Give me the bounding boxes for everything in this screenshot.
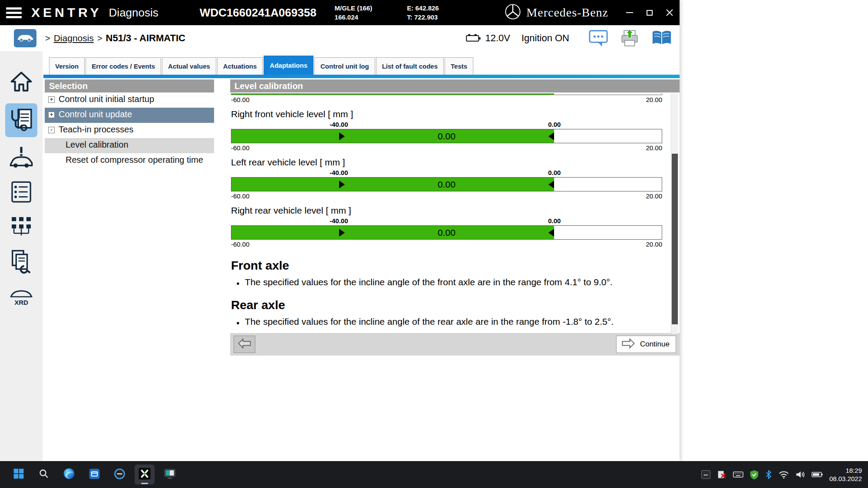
gauge-bar: 0.00 bbox=[231, 225, 662, 240]
gauge-value: 0.00 bbox=[438, 131, 455, 142]
gauge-bar: 0.00 bbox=[231, 177, 662, 191]
tree-item-control-unit-initial-startup[interactable]: + Control unit initial startup bbox=[45, 92, 214, 108]
marker-left-icon bbox=[548, 181, 554, 188]
hamburger-menu-icon[interactable] bbox=[6, 5, 23, 20]
header-bar: > Diagnosis > N51/3 - AIRMATIC 12.0V Ign… bbox=[0, 25, 680, 51]
battery-icon bbox=[466, 33, 481, 43]
tray-battery-icon[interactable] bbox=[812, 471, 823, 478]
tab-tests[interactable]: Tests bbox=[445, 57, 473, 75]
marker-right-icon bbox=[339, 132, 345, 140]
section-text: The specified values for the incline ang… bbox=[245, 317, 614, 327]
blue-app-icon bbox=[89, 468, 100, 481]
tree-item-level-calibration[interactable]: Level calibration bbox=[45, 138, 214, 153]
scrollbar-thumb[interactable] bbox=[672, 154, 678, 324]
bullet-icon: ● bbox=[236, 320, 240, 326]
sidebar-item-diagnosis[interactable] bbox=[5, 103, 37, 137]
gauge-min-label: -60.00 bbox=[231, 96, 250, 103]
tab-adaptations[interactable]: Adaptations bbox=[264, 56, 314, 75]
manuals-book-icon[interactable] bbox=[651, 30, 673, 47]
taskbar-status-circle-button[interactable] bbox=[109, 465, 129, 485]
expander-minus-icon[interactable]: - bbox=[48, 127, 55, 133]
back-button[interactable] bbox=[234, 336, 255, 353]
sidebar-item-xrd[interactable]: XRD bbox=[5, 283, 37, 311]
gauge-min-label: -60.00 bbox=[231, 241, 250, 248]
model-line2: 166.024 bbox=[335, 13, 373, 22]
tray-keyboard-icon[interactable] bbox=[733, 470, 743, 479]
marker-right-icon bbox=[339, 181, 345, 188]
taskbar-edge-button[interactable] bbox=[59, 465, 79, 485]
tray-wifi-icon[interactable] bbox=[779, 471, 789, 479]
marker-right-icon bbox=[339, 229, 345, 237]
tray-app-error-icon[interactable] bbox=[717, 470, 726, 479]
tab-error-codes[interactable]: Error codes / Events bbox=[86, 57, 161, 75]
taskbar-xentry-button[interactable] bbox=[135, 465, 155, 485]
sidebar-item-actual-values[interactable] bbox=[5, 179, 37, 207]
car-warning-icon bbox=[9, 146, 33, 170]
breadcrumb-sep2: > bbox=[97, 33, 102, 43]
selection-tree: + Control unit initial startup + Control… bbox=[45, 92, 214, 168]
expander-plus-icon[interactable]: + bbox=[48, 96, 55, 103]
breadcrumb-link-diagnosis[interactable]: Diagnosis bbox=[54, 33, 94, 43]
vertical-scrollbar[interactable] bbox=[671, 93, 678, 334]
section-front-axle: Front axle ● The specified values for th… bbox=[231, 259, 662, 287]
close-button[interactable] bbox=[660, 0, 680, 25]
xrd-label: XRD bbox=[14, 299, 28, 306]
gauge-max-label: 20.00 bbox=[646, 192, 662, 200]
sidebar-item-home[interactable] bbox=[5, 69, 37, 96]
battery-voltage: 12.0V bbox=[485, 33, 510, 44]
engine-code: E: 642.826 bbox=[407, 3, 439, 13]
vehicle-button[interactable] bbox=[14, 29, 36, 47]
gauge-min-label: -60.00 bbox=[231, 144, 250, 152]
breadcrumb-current: N51/3 - AIRMATIC bbox=[106, 33, 185, 44]
edge-browser-icon bbox=[63, 468, 75, 481]
tray-volume-icon[interactable] bbox=[795, 470, 805, 479]
tray-language-indicator[interactable]: -- bbox=[701, 470, 710, 479]
tab-actual-values[interactable]: Actual values bbox=[162, 57, 216, 75]
section-heading: Front axle bbox=[231, 259, 662, 273]
tab-version[interactable]: Version bbox=[49, 57, 85, 75]
continue-button[interactable]: Continue bbox=[616, 336, 676, 353]
network-grid-icon bbox=[10, 214, 33, 241]
tab-list-of-fault-codes[interactable]: List of fault codes bbox=[376, 57, 444, 75]
tree-item-reset-compressor[interactable]: Reset of compressor operating time bbox=[45, 153, 214, 168]
taskbar-clock[interactable]: 18:29 08.03.2022 bbox=[829, 466, 862, 483]
gauge-partial: -60.00 20.00 bbox=[231, 93, 662, 103]
tray-shield-icon[interactable] bbox=[750, 470, 759, 480]
level-calibration-panel: Level calibration -60.00 20.00 bbox=[230, 79, 680, 356]
start-button[interactable] bbox=[9, 465, 29, 485]
gauge-high-marker-label: 0.00 bbox=[548, 121, 561, 128]
tree-item-control-unit-update[interactable]: + Control unit update bbox=[45, 108, 214, 123]
navigation-footer: Continue bbox=[230, 333, 680, 356]
tree-item-label: Level calibration bbox=[66, 140, 129, 150]
transmission-code: T: 722.903 bbox=[407, 13, 439, 22]
taskbar-monitor-button[interactable] bbox=[160, 465, 180, 485]
gauge-title: Right rear vehicle level [ mm ] bbox=[231, 205, 662, 216]
brand-name: Mercedes-Benz bbox=[526, 6, 608, 20]
windows-logo-icon bbox=[13, 468, 24, 481]
gauge-low-marker-label: -40.00 bbox=[330, 121, 348, 128]
gauge-title: Left rear vehicle level [ mm ] bbox=[231, 157, 662, 168]
status-circle-icon bbox=[114, 468, 125, 481]
minimize-button[interactable] bbox=[620, 0, 640, 25]
selection-panel-title: Selection bbox=[45, 79, 214, 92]
expander-plus-icon[interactable]: + bbox=[48, 112, 55, 118]
tab-actuations[interactable]: Actuations bbox=[217, 57, 263, 75]
gauge-max-label: 20.00 bbox=[646, 241, 662, 248]
ignition-status: Ignition ON bbox=[521, 33, 569, 44]
sidebar-item-quick-test[interactable] bbox=[5, 144, 37, 172]
sidebar-item-control-units[interactable] bbox=[5, 214, 37, 241]
list-icon bbox=[10, 180, 33, 205]
messages-icon[interactable] bbox=[588, 29, 608, 47]
tab-control-unit-log[interactable]: Control unit log bbox=[314, 57, 375, 75]
tree-item-teach-in-processes[interactable]: - Teach-in processes bbox=[45, 123, 214, 138]
taskbar-search-button[interactable] bbox=[34, 465, 54, 485]
active-tab-strip bbox=[43, 75, 680, 78]
sidebar-item-workshop-data[interactable] bbox=[5, 248, 37, 276]
tray-bluetooth-icon[interactable] bbox=[765, 470, 772, 479]
maximize-button[interactable] bbox=[640, 0, 660, 25]
brand: Mercedes-Benz bbox=[505, 3, 608, 22]
documents-wrench-icon bbox=[10, 249, 33, 276]
tree-item-label: Reset of compressor operating time bbox=[66, 155, 203, 165]
export-print-icon[interactable] bbox=[620, 29, 640, 48]
taskbar-app-blue-button[interactable] bbox=[84, 465, 104, 485]
